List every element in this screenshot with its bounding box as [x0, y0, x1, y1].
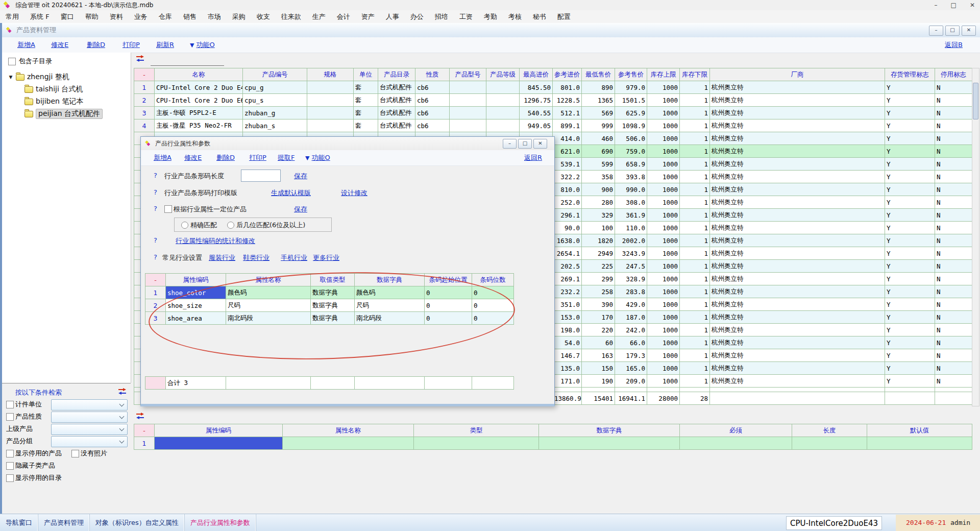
cell[interactable]: [680, 437, 792, 450]
cell[interactable]: [450, 94, 486, 107]
cell[interactable]: Y: [885, 247, 935, 260]
cell[interactable]: 数据字典: [311, 312, 355, 325]
cell[interactable]: 0: [425, 312, 472, 325]
cell[interactable]: 1: [680, 311, 710, 324]
cell[interactable]: CPU-Intel Core 2 Duo E65: [155, 94, 243, 107]
cell[interactable]: 1000: [647, 209, 680, 222]
cell[interactable]: 台式机配件: [378, 119, 415, 132]
cell[interactable]: 套: [354, 81, 378, 94]
column-header[interactable]: -: [134, 424, 155, 437]
cell[interactable]: 3: [134, 107, 155, 119]
cell[interactable]: 900: [582, 183, 615, 196]
phone-industry-link[interactable]: 手机行业: [281, 253, 307, 262]
exact-match-radio[interactable]: [181, 222, 188, 229]
cell[interactable]: 1: [680, 171, 710, 183]
cell[interactable]: N: [935, 336, 972, 349]
menu-item[interactable]: 招培: [429, 11, 454, 23]
cell[interactable]: Y: [885, 145, 935, 158]
cell[interactable]: 杭州奥立特: [710, 260, 885, 273]
cell[interactable]: 225: [582, 260, 615, 273]
table-row[interactable]: 1shoe_color颜色码数据字典颜色码00: [145, 286, 514, 299]
locate-save-link[interactable]: 保存: [294, 205, 307, 214]
cell[interactable]: 杭州奥立特: [710, 362, 885, 375]
column-header[interactable]: 名称: [155, 68, 243, 81]
cell[interactable]: 1: [145, 286, 166, 299]
suffix-match-radio[interactable]: [227, 222, 234, 229]
cell[interactable]: N: [935, 311, 972, 324]
cell[interactable]: Y: [885, 183, 935, 196]
cell[interactable]: 1: [680, 298, 710, 311]
cell[interactable]: cpu_g: [243, 81, 307, 94]
cell[interactable]: 242.0: [615, 324, 647, 336]
cell[interactable]: 146.7: [553, 349, 582, 362]
chevron-down-icon[interactable]: [8, 75, 13, 80]
close-icon[interactable]: [970, 0, 975, 10]
cell[interactable]: [539, 437, 680, 450]
cell[interactable]: 套: [354, 94, 378, 107]
child-restore-icon[interactable]: [945, 26, 960, 36]
cell[interactable]: 280: [582, 196, 615, 209]
cell[interactable]: N: [935, 119, 972, 132]
cell[interactable]: 1: [680, 209, 710, 222]
cell[interactable]: 台式机配件: [378, 94, 415, 107]
cell[interactable]: 1000: [647, 119, 680, 132]
table-row[interactable]: 3主板-华硕 P5PL2-Ezhuban_g套台式机配件cb6540.55512…: [134, 107, 972, 119]
cell[interactable]: 252.0: [553, 196, 582, 209]
tree-node[interactable]: taishiji 台式机: [2, 83, 131, 95]
cell[interactable]: 539.1: [553, 158, 582, 171]
cell[interactable]: 2: [145, 299, 166, 312]
cell[interactable]: 190: [582, 375, 615, 388]
cell[interactable]: shoe_size: [166, 299, 226, 312]
column-header[interactable]: 属性编码: [166, 274, 226, 286]
cell[interactable]: 1000: [647, 336, 680, 349]
cell[interactable]: 杭州奥立特: [710, 349, 885, 362]
cell[interactable]: 杭州奥立特: [710, 285, 885, 298]
cell[interactable]: Y: [885, 81, 935, 94]
cell[interactable]: 801.0: [553, 81, 582, 94]
menu-item[interactable]: 常用: [0, 11, 24, 23]
cell[interactable]: 171.0: [553, 375, 582, 388]
column-header[interactable]: 属性名称: [226, 274, 311, 286]
cell[interactable]: Y: [885, 324, 935, 336]
cell[interactable]: 1: [680, 145, 710, 158]
cell[interactable]: Y: [885, 298, 935, 311]
cell[interactable]: 60: [582, 336, 615, 349]
menu-item[interactable]: 资产: [356, 11, 380, 23]
cell[interactable]: 杭州奥立特: [710, 234, 885, 247]
cell[interactable]: 351.0: [553, 298, 582, 311]
cell[interactable]: 1000: [647, 158, 680, 171]
cell[interactable]: [414, 437, 539, 450]
minimize-icon[interactable]: [935, 0, 938, 10]
cell[interactable]: Y: [885, 234, 935, 247]
cell[interactable]: 460: [582, 132, 615, 145]
menu-item[interactable]: 配置: [552, 11, 576, 23]
cell[interactable]: N: [935, 375, 972, 388]
column-header[interactable]: 长度: [792, 424, 867, 437]
cell[interactable]: Y: [885, 349, 935, 362]
cell[interactable]: 1000: [647, 132, 680, 145]
cell[interactable]: 1000: [647, 324, 680, 336]
cell[interactable]: cb6: [415, 94, 450, 107]
option-checkbox[interactable]: [6, 450, 14, 457]
cell[interactable]: 1000: [647, 222, 680, 234]
cell[interactable]: 163: [582, 349, 615, 362]
cell[interactable]: 杭州奥立特: [710, 375, 885, 388]
cell[interactable]: 845.50: [520, 81, 553, 94]
cell[interactable]: N: [935, 222, 972, 234]
cell[interactable]: Y: [885, 362, 935, 375]
cell[interactable]: [867, 437, 972, 450]
cell[interactable]: 198.0: [553, 324, 582, 336]
cell[interactable]: [450, 119, 486, 132]
cell[interactable]: 南北码段: [226, 312, 311, 325]
menu-item[interactable]: 采购: [227, 11, 251, 23]
cell[interactable]: 322.2: [553, 171, 582, 183]
table-row[interactable]: 2shoe_size尺码数据字典尺码00: [145, 299, 514, 312]
vertical-scrollbar[interactable]: [972, 68, 979, 406]
cell[interactable]: 187.0: [615, 311, 647, 324]
menu-item[interactable]: 系统 F: [24, 11, 55, 23]
column-header[interactable]: 存货管理标志: [885, 68, 935, 81]
menu-item[interactable]: 窗口: [55, 11, 80, 23]
cell[interactable]: 393.8: [615, 171, 647, 183]
barcode-length-save-link[interactable]: 保存: [294, 172, 307, 181]
column-header[interactable]: 产品等级: [486, 68, 520, 81]
